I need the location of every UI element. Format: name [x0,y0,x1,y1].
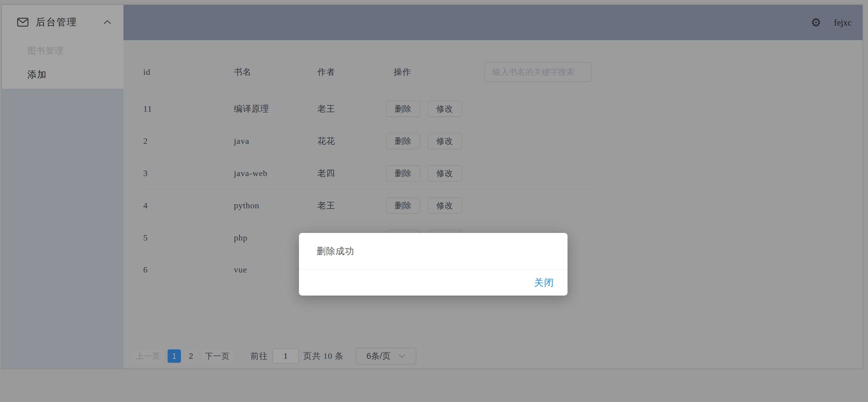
message-dialog: 删除成功 关闭 [299,233,567,296]
dialog-footer: 关闭 [299,270,567,296]
close-button[interactable]: 关闭 [534,276,554,289]
dialog-body: 删除成功 [299,233,567,270]
modal-backdrop[interactable] [0,0,868,402]
dialog-message: 删除成功 [317,245,354,257]
page: 后台管理 图书管理 添加 ⚙ fejxc [0,0,868,402]
